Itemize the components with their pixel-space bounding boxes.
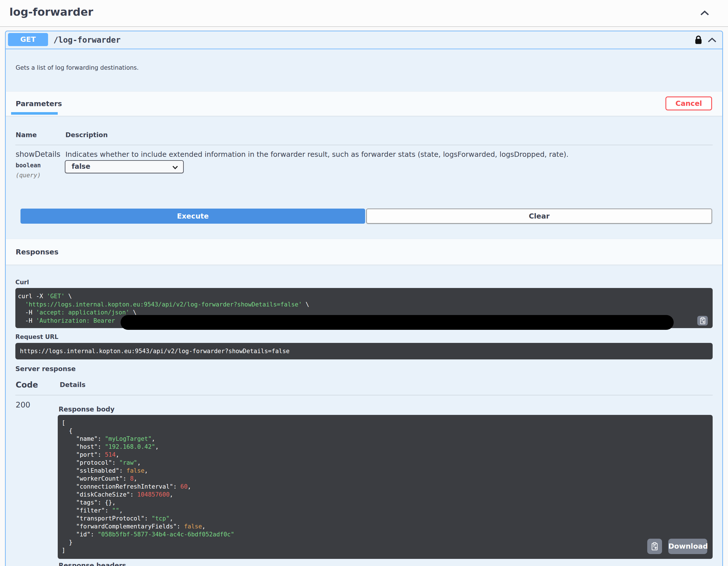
curl-command: curl -X 'GET' \ 'https://logs.internal.k… <box>15 288 713 328</box>
tab-parameters[interactable]: Parameters <box>16 100 62 108</box>
param-name: showDetails <box>16 150 60 158</box>
response-body-json: [ { "name": "myLogTarget", "host": "192.… <box>58 415 713 559</box>
download-button[interactable]: Download <box>668 539 707 554</box>
execute-row: Execute Clear <box>20 208 712 224</box>
request-url-value: https://logs.internal.kopton.eu:9543/api… <box>15 343 713 360</box>
param-type: boolean <box>16 162 41 169</box>
param-value-select[interactable]: false <box>65 160 184 173</box>
execute-button[interactable]: Execute <box>20 208 365 224</box>
response-status-code: 200 <box>16 400 30 409</box>
responses-section-header: Responses <box>6 239 722 264</box>
opblock-get: GET /log-forwarder Gets a list of log fo… <box>5 31 723 566</box>
response-column-code: Code <box>16 380 38 390</box>
responses-title: Responses <box>16 248 59 256</box>
lock-icon[interactable] <box>694 35 702 44</box>
page-title: log-forwarder <box>9 6 93 18</box>
collapse-operation-chevron-icon[interactable] <box>708 38 717 43</box>
clear-button[interactable]: Clear <box>366 208 712 224</box>
param-selected-value: false <box>72 162 90 170</box>
param-description: Indicates whether to include extended in… <box>65 150 568 158</box>
response-body-label: Response body <box>59 406 115 413</box>
method-badge: GET <box>8 33 48 46</box>
cancel-button[interactable]: Cancel <box>665 96 712 110</box>
tag-section-header[interactable]: log-forwarder <box>0 0 728 27</box>
parameters-section-header: Parameters Cancel <box>6 92 722 116</box>
request-url-label: Request URL <box>15 334 58 340</box>
curl-label: Curl <box>15 279 29 286</box>
collapse-chevron-icon[interactable] <box>700 11 709 16</box>
server-response-label: Server response <box>15 365 76 373</box>
response-column-details: Details <box>60 381 86 389</box>
redacted-token-bar <box>121 315 674 330</box>
clipboard-icon <box>700 317 706 325</box>
select-chevron-down-icon <box>172 166 178 169</box>
response-divider <box>15 395 713 395</box>
operation-path: /log-forwarder <box>53 31 121 49</box>
params-divider <box>15 145 713 145</box>
tab-active-underline <box>11 112 58 115</box>
param-column-name: Name <box>16 131 37 139</box>
param-column-description: Description <box>65 131 108 139</box>
clipboard-icon <box>651 542 658 551</box>
copy-curl-button[interactable] <box>697 316 708 326</box>
operation-summary[interactable]: GET /log-forwarder <box>6 31 722 49</box>
operation-description: Gets a list of log forwarding destinatio… <box>16 64 139 71</box>
copy-response-button[interactable] <box>647 539 662 554</box>
param-location: (query) <box>16 172 41 179</box>
response-headers-label: Response headers <box>59 562 126 566</box>
